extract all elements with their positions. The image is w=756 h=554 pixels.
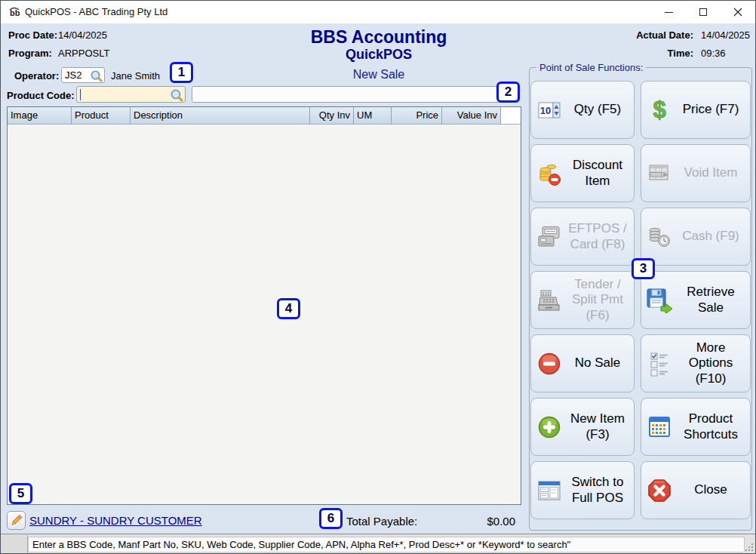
actual-date-value: 14/04/2025 xyxy=(701,29,750,41)
minimize-icon xyxy=(665,12,673,13)
total-payable-value: $0.00 xyxy=(446,515,515,528)
switch-full-pos-button[interactable]: Switch to Full POS xyxy=(530,461,635,519)
status-bar: Enter a BBS Code, Manf Part No, SKU, Web… xyxy=(1,534,755,554)
column-header-blank xyxy=(501,107,521,124)
annotation-mark-3: 3 xyxy=(632,258,655,279)
maximize-icon xyxy=(699,8,707,16)
svg-text:10: 10 xyxy=(540,105,551,116)
time-value: 09:36 xyxy=(701,48,726,59)
minimize-button[interactable] xyxy=(651,1,686,23)
eftpos-terminal-icon xyxy=(534,226,564,248)
more-options-button[interactable]: More Options (F10) xyxy=(641,334,751,392)
close-button[interactable]: Close xyxy=(641,461,751,519)
checklist-icon xyxy=(644,351,675,377)
edit-customer-button[interactable] xyxy=(7,511,26,530)
retrieve-sale-button-label: Retrieve Sale xyxy=(675,285,750,315)
pos-functions-title: Point of Sale Functions: xyxy=(536,62,646,73)
cash-button[interactable]: Cash (F9) xyxy=(641,208,751,266)
discount-item-button[interactable]: Discount Item xyxy=(530,144,635,202)
annotation-mark-6: 6 xyxy=(319,508,343,529)
product-shortcuts-button[interactable]: Product Shortcuts xyxy=(641,398,751,456)
quickpos-window: bb QuickPOS - ABC Trading Pty Ltd Proc D… xyxy=(0,0,756,554)
program-value: ARPPOSLT xyxy=(58,48,109,59)
close-octagon-icon xyxy=(644,478,675,503)
product-code-label: Product Code: xyxy=(7,90,75,101)
no-sale-icon xyxy=(534,351,564,377)
program-label: Program: xyxy=(8,48,52,59)
product-code-field[interactable] xyxy=(76,86,186,103)
product-shortcuts-button-label: Product Shortcuts xyxy=(675,411,750,442)
bbs-app-icon: bb xyxy=(8,5,21,19)
plus-circle-icon xyxy=(534,414,564,440)
annotation-mark-5: 5 xyxy=(9,483,32,504)
column-header-qty-inv[interactable]: Qty Inv xyxy=(310,107,354,124)
eftpos-card-button[interactable]: EFTPOS / Card (F8) xyxy=(530,208,635,266)
product-description-display xyxy=(192,87,519,102)
proc-date-label: Proc Date: xyxy=(8,29,57,41)
sale-items-grid[interactable]: Image Product Description Qty Inv UM Pri… xyxy=(7,106,521,505)
cash-button-label: Cash (F9) xyxy=(675,229,750,244)
quantity-spinner-icon: 10 xyxy=(534,101,564,119)
eftpos-card-button-label: EFTPOS / Card (F8) xyxy=(564,221,634,251)
column-header-price[interactable]: Price xyxy=(392,107,442,124)
cash-register-icon xyxy=(534,288,564,312)
operator-label: Operator: xyxy=(14,70,59,82)
pencil-icon xyxy=(10,514,23,527)
total-payable-label: Total Payable: xyxy=(346,515,417,528)
title-bar: bb QuickPOS - ABC Trading Pty Ltd xyxy=(1,1,755,23)
switch-full-pos-button-label: Switch to Full POS xyxy=(564,475,634,505)
annotation-mark-4: 4 xyxy=(277,298,300,319)
more-options-button-label: More Options (F10) xyxy=(675,340,750,386)
retrieve-sale-button[interactable]: Retrieve Sale xyxy=(641,271,751,329)
new-item-button-label: New Item (F3) xyxy=(564,411,634,442)
price-button[interactable]: $ Price (F7) xyxy=(641,81,751,139)
tender-split-button-label: Tender / Split Pmt (F6) xyxy=(564,277,634,322)
no-sale-button-label: No Sale xyxy=(564,355,634,371)
column-header-value-inv[interactable]: Value Inv xyxy=(442,107,501,124)
proc-date-value: 14/04/2025 xyxy=(58,29,107,41)
no-sale-button[interactable]: No Sale xyxy=(530,334,635,392)
product-search-icon[interactable] xyxy=(170,88,183,102)
qty-button[interactable]: 10 Qty (F5) xyxy=(530,81,635,139)
qty-button-label: Qty (F5) xyxy=(564,102,634,117)
coins-discount-icon xyxy=(534,161,564,186)
product-description-field[interactable] xyxy=(192,86,520,103)
floppy-retrieve-icon xyxy=(644,288,675,313)
operator-name: Jane Smith xyxy=(111,70,160,82)
price-button-label: Price (F7) xyxy=(675,102,750,117)
full-pos-window-icon xyxy=(534,479,564,502)
void-grid-icon xyxy=(644,162,675,185)
actual-date-label: Actual Date: xyxy=(627,29,693,41)
operator-field[interactable] xyxy=(61,67,105,83)
column-header-um[interactable]: UM xyxy=(354,107,392,124)
annotation-mark-2: 2 xyxy=(496,82,520,103)
maximize-button[interactable] xyxy=(686,1,721,23)
text-caret xyxy=(80,89,81,100)
search-hint-text: Enter a BBS Code, Manf Part No, SKU, Web… xyxy=(28,537,745,552)
cash-coins-icon xyxy=(644,226,675,248)
tender-split-button[interactable]: Tender / Split Pmt (F6) xyxy=(530,271,635,329)
discount-item-button-label: Discount Item xyxy=(564,158,634,188)
void-item-button[interactable]: Void Item xyxy=(641,144,751,202)
time-label: Time: xyxy=(627,48,693,59)
dollar-icon: $ xyxy=(644,97,675,123)
svg-text:$: $ xyxy=(653,97,665,123)
svg-text:bb: bb xyxy=(10,8,20,17)
column-header-image[interactable]: Image xyxy=(8,107,72,124)
close-window-icon xyxy=(733,8,742,17)
grid-header-row: Image Product Description Qty Inv UM Pri… xyxy=(8,107,521,125)
resize-grip[interactable] xyxy=(745,543,754,552)
product-code-input[interactable] xyxy=(77,87,185,102)
column-header-description[interactable]: Description xyxy=(131,107,310,124)
close-button-label: Close xyxy=(675,482,750,497)
annotation-mark-1: 1 xyxy=(170,62,193,83)
status-bar-left-segment xyxy=(1,535,28,554)
window-title: QuickPOS - ABC Trading Pty Ltd xyxy=(25,1,167,23)
column-header-product[interactable]: Product xyxy=(72,107,131,124)
operator-search-icon[interactable] xyxy=(90,69,103,82)
close-window-button[interactable] xyxy=(721,1,755,23)
void-item-button-label: Void Item xyxy=(675,165,750,180)
shortcuts-grid-icon xyxy=(644,416,675,439)
new-item-button[interactable]: New Item (F3) xyxy=(530,398,635,456)
customer-link[interactable]: SUNDRY - SUNDRY CUSTOMER xyxy=(29,514,202,527)
